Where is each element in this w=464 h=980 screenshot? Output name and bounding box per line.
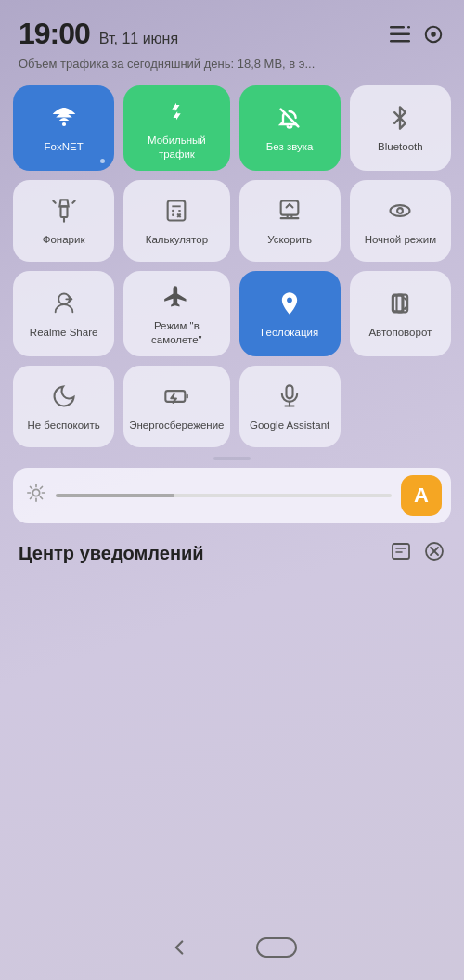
tile-dnd[interactable]: Не беспокоить <box>13 366 114 447</box>
scroll-pill <box>213 457 251 460</box>
notifications-area <box>0 574 464 577</box>
svg-rect-2 <box>390 40 410 43</box>
rotate-icon <box>387 290 413 320</box>
tile-auto-rotate[interactable]: Автоповорот <box>350 271 451 356</box>
tile-mobile-traffic[interactable]: Мобильный трафик <box>123 85 229 171</box>
traffic-info: Объем трафика за сегодняшний день: 18,8 … <box>0 55 464 80</box>
svg-rect-34 <box>287 386 293 399</box>
tile-night-mode[interactable]: Ночной режим <box>350 180 451 262</box>
tile-night-mode-label: Ночной режим <box>365 233 437 247</box>
svg-line-10 <box>72 201 74 203</box>
notifications-list-icon[interactable] <box>390 540 412 568</box>
settings-icon[interactable] <box>421 22 445 46</box>
tile-location[interactable]: Геолокация <box>239 271 341 356</box>
boost-icon <box>277 198 303 227</box>
scroll-indicator <box>0 457 464 460</box>
notifications-header: Центр уведомлений <box>0 523 464 574</box>
home-button[interactable] <box>256 937 297 958</box>
wifi-icon <box>51 105 77 135</box>
tile-google-assistant-label: Google Assistant <box>250 419 329 432</box>
moon-icon <box>51 383 77 413</box>
tile-boost[interactable]: Ускорить <box>239 180 341 262</box>
mobile-traffic-icon <box>163 98 189 128</box>
tile-realme-share-label: Realme Share <box>30 326 98 340</box>
tile-boost-label: Ускорить <box>267 233 312 247</box>
svg-rect-11 <box>168 201 186 221</box>
bluetooth-icon <box>387 105 413 135</box>
quick-tiles-grid: FoxNET Мобильный трафик Без звука <box>0 80 464 447</box>
status-bar: 19:00 Вт, 11 июня <box>0 0 464 55</box>
auto-brightness-button[interactable]: A <box>401 475 442 516</box>
svg-line-43 <box>40 497 42 499</box>
tile-silent[interactable]: Без звука <box>239 85 341 171</box>
svg-line-44 <box>30 497 32 499</box>
svg-point-37 <box>32 490 39 496</box>
svg-line-9 <box>53 201 55 203</box>
status-icons <box>388 22 445 46</box>
tile-flashlight-label: Фонарик <box>43 233 85 247</box>
bell-off-icon <box>277 105 303 135</box>
svg-line-22 <box>290 204 293 208</box>
notifications-actions <box>390 540 445 568</box>
airplane-icon <box>163 284 189 314</box>
tile-wifi-label: FoxNET <box>45 140 84 154</box>
tile-calculator-label: Калькулятор <box>146 233 208 247</box>
svg-point-6 <box>62 122 66 126</box>
brightness-row[interactable]: A <box>13 468 451 523</box>
svg-rect-0 <box>390 26 405 29</box>
notifications-clear-icon[interactable] <box>423 540 445 568</box>
tile-bluetooth[interactable]: Bluetooth <box>350 85 451 171</box>
mic-icon <box>277 383 303 413</box>
svg-rect-1 <box>390 32 410 35</box>
back-button[interactable] <box>167 935 191 960</box>
svg-rect-32 <box>393 296 402 311</box>
svg-point-5 <box>431 32 436 37</box>
flashlight-icon <box>51 198 77 227</box>
svg-point-27 <box>397 208 403 213</box>
tile-airplane[interactable]: Режим "в самолете" <box>123 271 229 356</box>
location-icon <box>277 290 303 320</box>
calculator-icon <box>163 198 189 227</box>
share-icon <box>51 290 77 320</box>
svg-rect-46 <box>393 544 409 559</box>
nav-bar <box>0 915 464 980</box>
brightness-slider[interactable] <box>56 494 392 497</box>
notifications-title: Центр уведомлений <box>19 543 204 564</box>
tile-google-assistant[interactable]: Google Assistant <box>239 366 341 447</box>
tile-battery-saver[interactable]: Энергосбережение <box>123 366 229 447</box>
svg-point-26 <box>391 206 410 217</box>
tile-calculator[interactable]: Калькулятор <box>123 180 229 262</box>
eye-icon <box>387 198 413 227</box>
tile-bluetooth-label: Bluetooth <box>378 140 423 154</box>
tile-dnd-label: Не беспокоить <box>27 419 99 432</box>
svg-rect-3 <box>407 26 410 29</box>
tile-battery-saver-label: Энергосбережение <box>129 419 224 432</box>
tile-auto-rotate-label: Автоповорот <box>368 326 432 340</box>
svg-rect-20 <box>281 201 299 215</box>
tile-silent-label: Без звука <box>266 140 314 154</box>
status-left: 19:00 Вт, 11 июня <box>19 17 178 51</box>
tile-flashlight[interactable]: Фонарик <box>13 180 114 262</box>
tile-location-label: Геолокация <box>261 326 318 340</box>
status-time: 19:00 <box>19 17 90 51</box>
menu-icon[interactable] <box>388 22 412 46</box>
brightness-icon <box>26 483 46 508</box>
svg-line-45 <box>40 487 42 489</box>
tile-mobile-traffic-label: Мобильный трафик <box>129 134 224 161</box>
tile-wifi[interactable]: FoxNET <box>13 85 114 171</box>
tile-airplane-label: Режим "в самолете" <box>129 319 224 347</box>
status-date: Вт, 11 июня <box>99 31 178 47</box>
battery-icon <box>163 383 189 413</box>
tile-realme-share[interactable]: Realme Share <box>13 271 114 356</box>
svg-line-42 <box>30 487 32 489</box>
svg-rect-7 <box>60 207 67 218</box>
